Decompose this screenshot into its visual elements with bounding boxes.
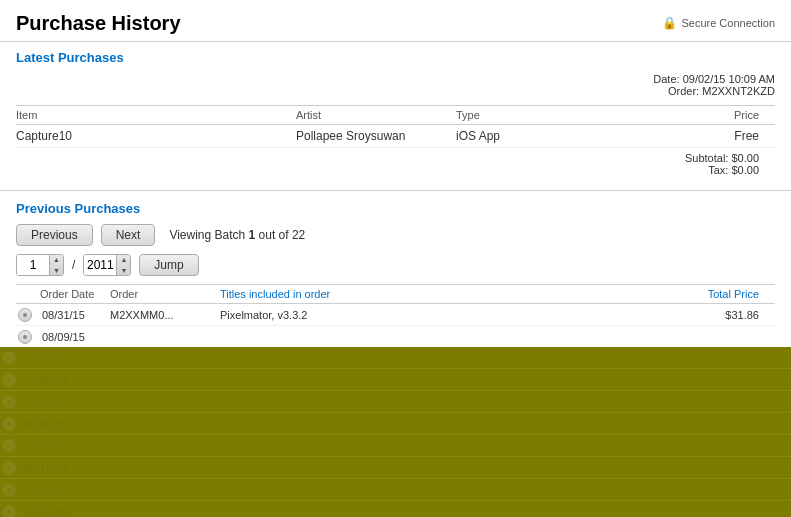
batch-up-arrow[interactable]: ▲: [50, 254, 63, 265]
item-type: iOS App: [456, 129, 576, 143]
previous-purchases-rows: 08/31/15 M2XXMM0... Pixelmator, v3.3.2 $…: [16, 304, 775, 517]
row-date: 08/31/15: [40, 309, 110, 321]
order-date-label: Date:: [653, 73, 679, 85]
batch-nav-controls: Previous Next Viewing Batch 1 out of 22: [16, 224, 775, 246]
batch-down-arrow[interactable]: ▼: [50, 265, 63, 276]
year-input[interactable]: ▲ ▼: [83, 254, 131, 276]
subtotal-row: Subtotal: $0.00 Tax: $0.00: [16, 148, 775, 178]
latest-purchases-title: Latest Purchases: [16, 50, 775, 65]
latest-table-header: Item Artist Type Price: [16, 105, 775, 125]
item-price: Free: [576, 129, 775, 143]
batch-number-field[interactable]: [17, 255, 49, 275]
tax-value: $0.00: [731, 164, 759, 176]
row-expand-icon[interactable]: [16, 307, 40, 322]
page-title: Purchase History: [16, 12, 181, 35]
year-up-arrow[interactable]: ▲: [117, 254, 130, 265]
expand-circle[interactable]: [18, 330, 32, 344]
latest-table-row: Capture10 Pollapee Sroysuwan iOS App Fre…: [16, 125, 775, 148]
col-expand-header: [16, 288, 40, 300]
tax-label: Tax:: [708, 164, 728, 176]
secure-connection: 🔒 Secure Connection: [662, 16, 775, 30]
jump-controls: ▲ ▼ / ▲ ▼ Jump: [16, 254, 775, 276]
table-row: 08/31/15 M2XXMM0... Pixelmator, v3.3.2 $…: [16, 304, 775, 326]
previous-purchases-title: Previous Purchases: [16, 201, 775, 216]
col-artist-header: Artist: [296, 109, 456, 121]
order-id-label: Order:: [668, 85, 699, 97]
order-info: Date: 09/02/15 10:09 AM Order: M2XXNT2KZ…: [16, 73, 775, 97]
row-date: 08/09/15: [40, 331, 110, 343]
col-price-header: Price: [576, 109, 775, 121]
previous-button[interactable]: Previous: [16, 224, 93, 246]
subtotal-label: Subtotal:: [685, 152, 728, 164]
subtotal-value: $0.00: [731, 152, 759, 164]
latest-purchases-section: Latest Purchases Date: 09/02/15 10:09 AM…: [0, 42, 791, 191]
item-name: Capture10: [16, 129, 296, 143]
col-item-header: Item: [16, 109, 296, 121]
row-expand-icon[interactable]: [16, 329, 40, 344]
batch-number-input[interactable]: ▲ ▼: [16, 254, 64, 276]
order-id-value: M2XXNT2KZD: [702, 85, 775, 97]
col-order-header: Order: [110, 288, 220, 300]
col-titles-header: Titles included in order: [220, 288, 675, 300]
year-field[interactable]: [84, 255, 116, 275]
col-order-date-header: Order Date: [40, 288, 110, 300]
prev-table-header: Order Date Order Titles included in orde…: [16, 284, 775, 304]
row-order: M2XXMM0...: [110, 309, 220, 321]
header: Purchase History 🔒 Secure Connection: [0, 0, 791, 42]
next-button[interactable]: Next: [101, 224, 156, 246]
col-total-header: Total Price: [675, 288, 775, 300]
year-down-arrow[interactable]: ▼: [117, 265, 130, 276]
row-titles: Pixelmator, v3.3.2: [220, 309, 675, 321]
table-row: 08/09/15: [16, 326, 775, 347]
row-total: $31.86: [675, 309, 775, 321]
viewing-text: Viewing Batch 1 out of 22: [169, 228, 305, 242]
lock-icon: 🔒: [662, 16, 677, 30]
previous-purchases-section: Previous Purchases Previous Next Viewing…: [0, 191, 791, 517]
obscured-rows-overlay: 07/07/15 07/06/15 06/15/15 06/06/15: [0, 347, 791, 517]
secure-label: Secure Connection: [681, 17, 775, 29]
jump-button[interactable]: Jump: [139, 254, 198, 276]
expand-circle[interactable]: [18, 308, 32, 322]
item-artist: Pollapee Sroysuwan: [296, 129, 456, 143]
year-spinner[interactable]: ▲ ▼: [116, 254, 130, 276]
col-type-header: Type: [456, 109, 576, 121]
order-date-value: 09/02/15 10:09 AM: [683, 73, 775, 85]
batch-number-spinner[interactable]: ▲ ▼: [49, 254, 63, 276]
